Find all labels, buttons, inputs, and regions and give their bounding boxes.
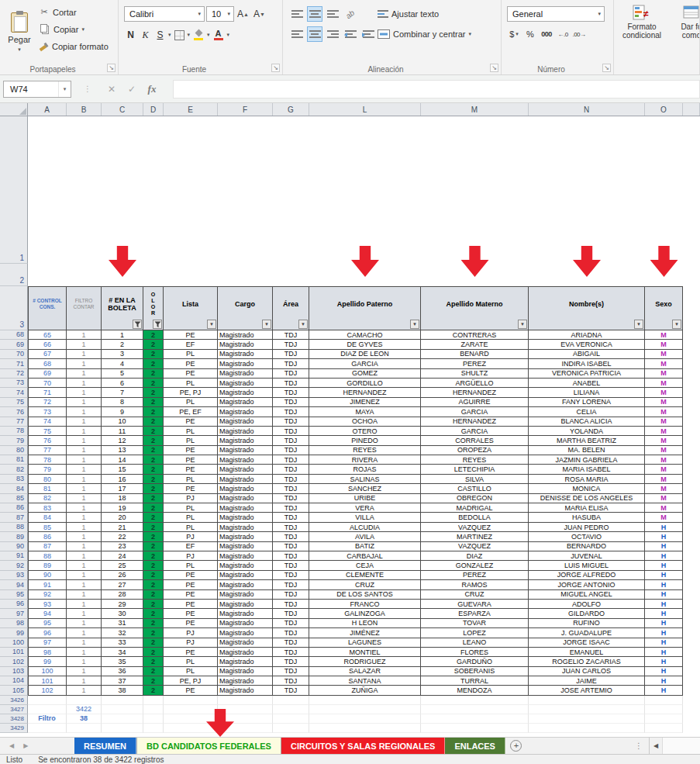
table-cell[interactable]: 1 [67,561,102,570]
table-cell[interactable]: 2 [143,350,164,359]
table-cell[interactable] [529,696,645,705]
row-header[interactable]: 68 [0,330,28,340]
table-cell[interactable]: 34 [102,648,143,657]
table-cell[interactable]: 2 [143,580,164,589]
table-cell[interactable]: TDJ [273,600,309,609]
table-cell[interactable]: EF [164,340,218,349]
underline-button[interactable]: S [153,27,167,43]
table-cell[interactable] [143,705,164,714]
table-cell[interactable]: 31 [102,619,143,628]
table-cell[interactable]: H [645,571,683,580]
table-cell[interactable]: DE LOS SANTOS [309,590,421,600]
prev-sheet-icon[interactable]: ◀ [9,742,14,749]
table-cell[interactable]: PE, PJ [164,388,218,397]
table-cell[interactable]: 72 [28,398,67,407]
table-cell[interactable]: 1 [67,484,102,493]
table-cell[interactable]: 70 [28,379,67,388]
table-cell[interactable]: PE [164,619,218,628]
table-cell[interactable]: JIMENEZ [309,398,421,407]
decrease-font-icon[interactable]: A▼ [252,6,267,22]
table-cell[interactable]: ARGÜELLO [421,379,529,388]
table-cell[interactable]: ANABEL [529,379,645,388]
column-header-C[interactable]: C [102,103,143,116]
table-cell[interactable]: 82 [28,494,67,503]
table-cell[interactable]: TDJ [273,609,309,618]
table-cell[interactable]: PL [164,523,218,532]
table-cell[interactable] [529,705,645,714]
table-cell[interactable]: 35 [102,657,143,666]
table-cell[interactable]: PE [164,359,218,368]
table-cell[interactable]: 2 [143,359,164,368]
filter-funnel-button[interactable] [153,320,162,329]
table-cell[interactable]: CORRALES [421,436,529,445]
chevron-down-icon[interactable]: ▾ [168,32,171,38]
table-cell[interactable]: PE, PJ [164,676,218,686]
table-cell[interactable]: AGUIRRE [421,398,529,407]
table-cell[interactable]: VAZQUEZ [421,523,529,532]
table-cell[interactable]: MA. BELEN [529,446,645,455]
table-cell[interactable]: JUAN CARLOS [529,667,645,676]
table-cell[interactable]: SHULTZ [421,369,529,379]
number-format-select[interactable]: General ▾ [507,6,605,22]
sheet-tab-resumen[interactable]: RESUMEN [74,738,136,754]
table-cell[interactable]: MARTHA BEATRIZ [529,436,645,445]
table-cell[interactable]: SALAZAR [309,667,421,676]
table-cell[interactable]: 1 [67,417,102,427]
table-cell[interactable]: DIAZ [421,551,529,561]
table-cell[interactable]: 1 [67,330,102,340]
table-cell[interactable]: URIBE [309,494,421,503]
table-cell[interactable]: TDJ [273,638,309,648]
table-cell[interactable]: 38 [67,714,102,724]
table-cell[interactable]: DIAZ DE LEON [309,350,421,359]
table-cell[interactable]: PL [164,657,218,666]
table-cell[interactable]: H [645,619,683,628]
table-cell[interactable]: 20 [102,513,143,522]
table-cell[interactable]: PJ [164,494,218,503]
table-cell[interactable]: LAGUNES [309,638,421,648]
table-cell[interactable] [529,724,645,733]
table-cell[interactable]: PJ [164,551,218,561]
row-header[interactable]: 1 [0,116,28,264]
table-cell[interactable] [164,705,218,714]
row-header[interactable]: 86 [0,503,28,513]
table-cell[interactable]: CELIA [529,407,645,417]
table-cell[interactable]: VILLA [309,513,421,522]
table-cell[interactable]: ZARATE [421,340,529,349]
column-filter-header-C[interactable]: # EN LA BOLETA [102,286,143,330]
row-header[interactable]: 73 [0,379,28,388]
table-cell[interactable]: M [645,417,683,427]
table-cell[interactable]: 1 [67,609,102,618]
table-cell[interactable] [421,724,529,733]
table-cell[interactable]: 2 [143,513,164,522]
table-cell[interactable]: 22 [102,532,143,541]
name-box[interactable]: W74 ▾ [3,81,71,98]
font-color-button[interactable]: A [212,27,226,43]
table-cell[interactable]: PE [164,369,218,379]
table-cell[interactable]: 2 [143,590,164,600]
conditional-formatting-button[interactable]: ≠ Formato condicional [617,4,667,40]
table-cell[interactable]: 32 [102,628,143,638]
table-cell[interactable]: 98 [28,648,67,657]
table-cell[interactable]: 11 [102,427,143,436]
italic-button[interactable]: K [139,27,152,43]
table-cell[interactable]: OBREGON [421,494,529,503]
table-cell[interactable]: FANY LORENA [529,398,645,407]
increase-indent-button[interactable] [360,26,376,42]
table-cell[interactable] [645,696,683,705]
row-header[interactable]: 99 [0,628,28,638]
table-cell[interactable]: TDJ [273,446,309,455]
row-header[interactable]: 91 [0,551,28,561]
table-cell[interactable]: TDJ [273,580,309,589]
table-cell[interactable]: 89 [28,561,67,570]
table-cell[interactable]: 2 [143,379,164,388]
table-cell[interactable]: 1 [67,407,102,417]
table-cell[interactable]: 81 [28,484,67,493]
table-cell[interactable]: 2 [102,340,143,349]
table-cell[interactable]: 1 [67,350,102,359]
row-header[interactable]: 97 [0,609,28,618]
table-cell[interactable]: Magistrado [218,407,273,417]
table-cell[interactable] [67,696,102,705]
row-header[interactable]: 94 [0,580,28,589]
table-cell[interactable]: 2 [143,571,164,580]
table-cell[interactable]: BEDOLLA [421,513,529,522]
